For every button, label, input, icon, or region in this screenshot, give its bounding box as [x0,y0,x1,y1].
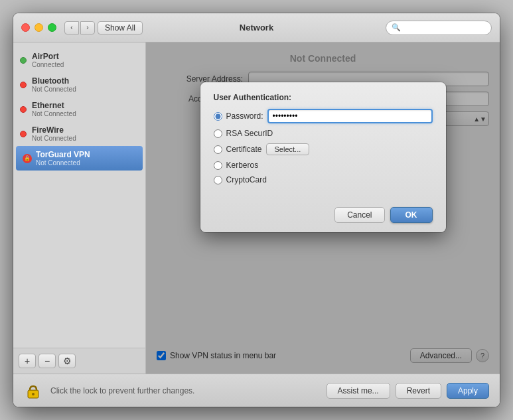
revert-button[interactable]: Revert [396,383,441,399]
sidebar-item-airport-status: Connected [32,61,64,68]
traffic-lights [21,23,56,32]
dialog-body: User Authentication: Password: RSA Secur… [200,82,446,200]
status-dot-firewire [20,131,27,137]
sidebar-item-torguard-status: Not Connected [36,159,90,167]
sidebar-item-ethernet[interactable]: Ethernet Not Connected [13,97,145,121]
nav-buttons: ‹ › [64,21,95,35]
minimize-button[interactable] [35,23,43,32]
sidebar-toolbar: + − ⚙ [13,348,145,374]
cryptocard-radio[interactable] [214,176,222,184]
dialog-cancel-button[interactable]: Cancel [334,207,384,223]
cryptocard-label: CryptoCard [226,175,267,184]
content-area: AirPort Connected Bluetooth Not Connecte… [13,42,500,374]
close-button[interactable] [21,23,30,32]
apply-button[interactable]: Apply [447,383,489,399]
forward-button[interactable]: › [80,21,95,35]
sidebar-item-airport[interactable]: AirPort Connected [13,48,145,72]
sidebar-item-bluetooth-status: Not Connected [32,86,76,93]
title-bar: ‹ › Show All Network 🔍 [13,13,500,42]
sidebar-item-airport-name: AirPort [32,52,64,61]
lock-text: Click the lock to prevent further change… [50,386,321,395]
lock-icon[interactable] [24,382,42,400]
kerberos-row: Kerberos [214,161,433,170]
sidebar-item-firewire[interactable]: FireWire Not Connected [13,121,145,146]
sidebar-item-torguard-name: TorGuard VPN [36,150,90,159]
sidebar-item-firewire-name: FireWire [32,125,76,135]
sidebar-item-firewire-status: Not Connected [32,135,76,142]
main-panel: Not Connected Server Address: Account Na… [146,42,500,374]
sidebar-item-ethernet-status: Not Connected [32,110,76,117]
maximize-button[interactable] [48,23,56,32]
password-input[interactable] [267,109,433,123]
kerberos-label: Kerberos [226,161,259,170]
main-window: ‹ › Show All Network 🔍 AirPort Connected [13,13,500,407]
rsa-row: RSA SecurID [214,129,433,138]
remove-network-button[interactable]: − [38,354,56,368]
dialog-ok-button[interactable]: OK [390,207,433,223]
cryptocard-row: CryptoCard [214,175,433,184]
status-dot-bluetooth [20,82,27,88]
select-cert-button[interactable]: Select... [266,143,310,155]
add-network-button[interactable]: + [19,354,36,368]
status-dot-torguard: 🔒 [23,154,32,163]
show-all-button[interactable]: Show All [98,21,143,35]
bottom-bar: Click the lock to prevent further change… [13,374,500,407]
assist-button[interactable]: Assist me... [327,383,390,399]
status-dot-airport [20,57,27,64]
window-title: Network [240,23,273,33]
certificate-row: Certificate Select... [214,143,433,155]
sidebar: AirPort Connected Bluetooth Not Connecte… [13,42,146,374]
status-dot-ethernet [20,106,27,113]
dialog-title: User Authentication: [214,93,433,102]
sidebar-item-bluetooth[interactable]: Bluetooth Not Connected [13,72,145,97]
certificate-label: Certificate [226,145,262,154]
password-row: Password: [214,109,433,123]
svg-point-2 [32,393,35,395]
search-box[interactable]: 🔍 [386,21,492,35]
certificate-radio[interactable] [214,145,222,154]
sidebar-item-bluetooth-name: Bluetooth [32,76,76,86]
dialog-footer: Cancel OK [200,200,446,232]
search-input[interactable] [403,24,486,32]
rsa-radio[interactable] [214,129,222,138]
rsa-label: RSA SecurID [226,129,273,138]
sidebar-item-ethernet-name: Ethernet [32,101,76,110]
auth-dialog: User Authentication: Password: RSA Secur… [200,82,446,232]
back-button[interactable]: ‹ [64,21,79,35]
password-radio[interactable] [214,112,222,121]
search-icon: 🔍 [392,23,401,32]
settings-button[interactable]: ⚙ [58,354,76,368]
kerberos-radio[interactable] [214,161,222,170]
password-label: Password: [226,111,263,121]
sidebar-item-torguard[interactable]: 🔒 TorGuard VPN Not Connected [16,146,143,171]
dialog-overlay: User Authentication: Password: RSA Secur… [146,42,500,374]
